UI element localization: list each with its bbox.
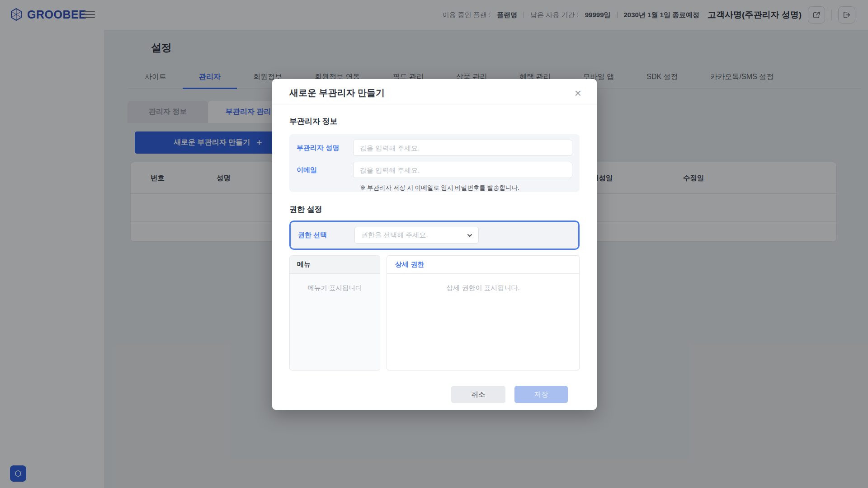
- save-button[interactable]: 저장: [514, 386, 568, 403]
- permission-select-label: 권한 선택: [298, 231, 354, 239]
- permission-heading: 권한 설정: [289, 204, 580, 215]
- subadmin-info-heading: 부관리자 정보: [289, 116, 580, 127]
- permission-select-row: 권한 선택 권한을 선택해 주세요.: [289, 221, 580, 250]
- create-subadmin-modal: 새로운 부관리자 만들기 × 부관리자 정보 부관리자 성명 이메일 ※ 부관리…: [272, 79, 597, 410]
- app-root: 이용 중인 플랜 : 플랜명 남은 사용 기간 : 99999일 2030년 1…: [0, 0, 868, 488]
- subadmin-info-form: 부관리자 성명 이메일 ※ 부관리자 저장 시 이메일로 임시 비밀번호를 발송…: [289, 134, 580, 192]
- cancel-button[interactable]: 취소: [451, 386, 505, 403]
- modal-body: 부관리자 정보 부관리자 성명 이메일 ※ 부관리자 저장 시 이메일로 임시 …: [272, 116, 597, 403]
- permission-select-placeholder: 권한을 선택해 주세요.: [361, 231, 428, 239]
- form-row-name: 부관리자 성명: [297, 140, 572, 156]
- menu-panel-header: 메뉴: [290, 256, 380, 274]
- menu-panel-empty-text: 메뉴가 표시됩니다: [290, 284, 380, 292]
- detail-permission-empty-text: 상세 권한이 표시됩니다.: [387, 284, 579, 292]
- close-icon[interactable]: ×: [572, 86, 584, 100]
- detail-permission-panel: 상세 권한 상세 권한이 표시됩니다.: [387, 255, 580, 371]
- name-label: 부관리자 성명: [297, 144, 353, 152]
- email-label: 이메일: [297, 166, 353, 174]
- permission-panels: 메뉴 메뉴가 표시됩니다 상세 권한 상세 권한이 표시됩니다.: [289, 255, 580, 371]
- form-row-email: 이메일: [297, 162, 572, 178]
- name-input[interactable]: [353, 140, 572, 156]
- menu-panel: 메뉴 메뉴가 표시됩니다: [289, 255, 380, 371]
- permission-select[interactable]: 권한을 선택해 주세요.: [354, 227, 479, 244]
- modal-header: 새로운 부관리자 만들기 ×: [272, 79, 597, 104]
- modal-footer: 취소 저장: [289, 386, 580, 403]
- detail-permission-header: 상세 권한: [387, 256, 579, 274]
- temp-password-note: ※ 부관리자 저장 시 이메일로 임시 비밀번호를 발송합니다.: [360, 184, 572, 192]
- chevron-down-icon: [467, 232, 473, 239]
- email-input[interactable]: [353, 162, 572, 178]
- modal-title: 새로운 부관리자 만들기: [289, 87, 385, 99]
